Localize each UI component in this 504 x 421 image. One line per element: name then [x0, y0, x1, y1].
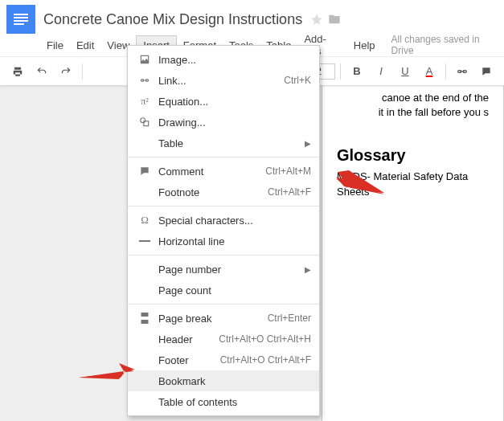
underline-button[interactable]: U	[394, 62, 416, 81]
menu-label: Header	[158, 333, 219, 345]
blank-icon	[136, 186, 154, 198]
bold-button[interactable]: B	[346, 62, 368, 81]
menu-item-footnote[interactable]: Footnote Ctrl+Alt+F	[128, 182, 319, 202]
comment-icon	[136, 165, 154, 178]
menu-separator	[128, 157, 319, 157]
menu-item-footer[interactable]: Footer Ctrl+Alt+O Ctrl+Alt+F	[128, 349, 319, 370]
toolbar-separator	[82, 63, 83, 80]
drawing-icon	[136, 116, 154, 129]
menu-item-special-chars[interactable]: Ω Special characters...	[128, 210, 319, 231]
menu-label: Bookmark	[158, 375, 311, 387]
menu-label: Page count	[158, 284, 311, 296]
hline-icon	[136, 235, 154, 247]
document-page[interactable]: canoe at the end of the it in the fall b…	[322, 76, 504, 421]
folder-icon[interactable]	[328, 13, 341, 26]
insert-comment-button[interactable]	[475, 62, 498, 81]
submenu-arrow-icon: ▶	[305, 265, 311, 274]
blank-icon	[136, 333, 154, 345]
italic-button[interactable]: I	[370, 62, 392, 81]
msds-definition: MSDS- Material Safety Data Sheets	[337, 170, 489, 198]
equation-icon: π²	[136, 95, 154, 108]
body-text: it in the fall before you s	[369, 105, 489, 120]
svg-point-0	[141, 118, 145, 123]
menu-label: Link...	[158, 75, 284, 87]
menu-label: Page number	[158, 264, 305, 276]
menu-item-horizontal-line[interactable]: Horizontal line	[128, 231, 319, 251]
text-color-button[interactable]: A	[418, 62, 440, 81]
link-icon	[136, 74, 154, 87]
menu-separator	[128, 304, 319, 305]
menu-item-toc[interactable]: Table of contents	[128, 391, 319, 412]
menu-separator	[128, 206, 319, 206]
print-button[interactable]	[6, 62, 29, 81]
menu-item-equation[interactable]: π² Equation...	[128, 91, 319, 112]
menu-label: Horizontal line	[158, 235, 311, 247]
menu-item-bookmark[interactable]: Bookmark	[128, 370, 319, 391]
svg-rect-2	[139, 240, 150, 242]
menu-label: Table of contents	[158, 396, 311, 408]
menu-item-drawing[interactable]: Drawing...	[128, 112, 319, 133]
menu-shortcut: Ctrl+Enter	[268, 313, 311, 324]
docs-app-icon[interactable]	[6, 5, 35, 34]
menu-item-page-break[interactable]: Page break Ctrl+Enter	[128, 308, 319, 329]
menu-label: Footnote	[158, 186, 268, 198]
svg-rect-3	[141, 313, 149, 317]
redo-button[interactable]	[55, 62, 77, 81]
menu-shortcut: Ctrl+Alt+M	[265, 166, 311, 177]
menu-item-header[interactable]: Header Ctrl+Alt+O Ctrl+Alt+H	[128, 329, 319, 349]
omega-icon: Ω	[136, 214, 154, 227]
submenu-arrow-icon: ▶	[305, 139, 311, 148]
page-break-icon	[136, 312, 154, 325]
menu-label: Page break	[158, 313, 268, 325]
menu-label: Drawing...	[158, 116, 311, 129]
menu-item-image[interactable]: Image...	[128, 49, 319, 70]
menu-shortcut: Ctrl+Alt+F	[268, 186, 311, 198]
menu-help[interactable]: Help	[347, 36, 382, 55]
insert-menu-dropdown: Image... Link... Ctrl+K π² Equation... D…	[127, 45, 320, 416]
menu-label: Comment	[158, 166, 265, 178]
menu-label: Table	[158, 137, 305, 149]
svg-rect-4	[141, 320, 149, 324]
menu-item-table[interactable]: Table ▶	[128, 133, 319, 153]
menu-shortcut: Ctrl+Alt+O Ctrl+Alt+F	[220, 354, 311, 366]
menu-shortcut: Ctrl+K	[284, 75, 311, 86]
image-icon	[136, 53, 154, 66]
menu-item-comment[interactable]: Comment Ctrl+Alt+M	[128, 161, 319, 182]
menu-file[interactable]: File	[40, 36, 70, 55]
menu-shortcut: Ctrl+Alt+O Ctrl+Alt+H	[219, 333, 311, 345]
blank-icon	[136, 263, 154, 276]
menu-label: Special characters...	[158, 215, 311, 227]
menu-item-page-count[interactable]: Page count	[128, 280, 319, 300]
toolbar-separator	[445, 63, 446, 80]
insert-link-button[interactable]	[451, 62, 473, 81]
titlebar: Concrete Canoe Mix Design Instructions	[0, 0, 504, 34]
menu-edit[interactable]: Edit	[70, 36, 100, 55]
menu-label: Image...	[158, 54, 311, 66]
menu-item-link[interactable]: Link... Ctrl+K	[128, 70, 319, 91]
star-icon[interactable]	[310, 13, 323, 26]
menu-separator	[128, 255, 319, 255]
blank-icon	[136, 354, 154, 366]
undo-button[interactable]	[31, 62, 53, 81]
toolbar-separator	[340, 63, 341, 80]
blank-icon	[136, 284, 154, 296]
blank-icon	[136, 395, 154, 408]
doc-title[interactable]: Concrete Canoe Mix Design Instructions	[43, 11, 302, 28]
blank-icon	[136, 137, 154, 149]
menu-item-page-number[interactable]: Page number ▶	[128, 259, 319, 280]
menu-label: Footer	[158, 354, 220, 366]
heading-glossary: Glossary	[337, 144, 489, 166]
save-status: All changes saved in Drive	[391, 34, 498, 56]
blank-icon	[136, 374, 154, 387]
body-text: canoe at the end of the	[369, 91, 489, 105]
menu-label: Equation...	[158, 96, 311, 108]
